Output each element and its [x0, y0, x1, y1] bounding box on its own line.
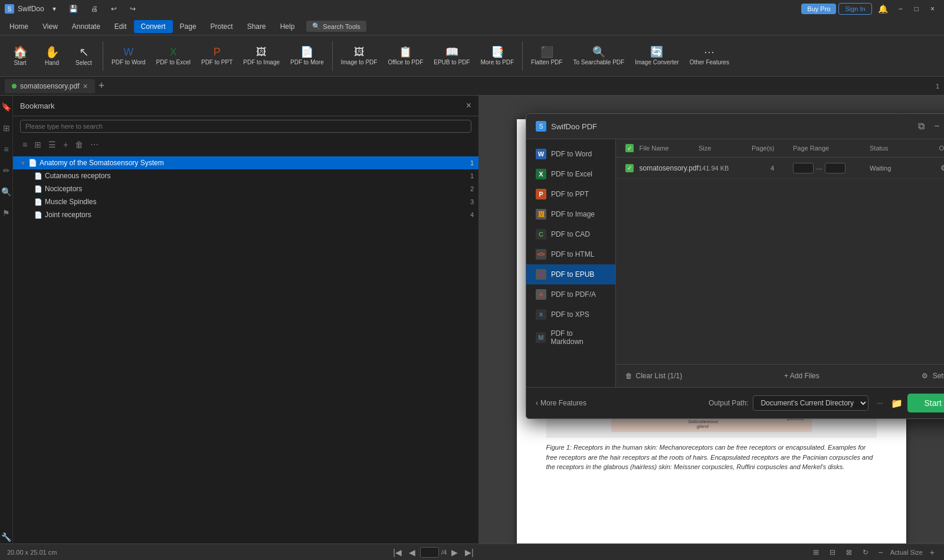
other-features-button[interactable]: ⋯ Other Features	[685, 43, 734, 69]
conv-item-pdf-to-ppt[interactable]: P PDF to PPT	[526, 184, 615, 204]
maximize-button[interactable]: □	[910, 2, 923, 15]
undo-btn[interactable]: ↩	[106, 2, 122, 15]
tab-close-button[interactable]: ×	[83, 81, 88, 91]
sidebar-bookmark-icon[interactable]: 🔖	[0, 100, 13, 113]
sidebar-edit-icon[interactable]: ✏	[1, 164, 12, 177]
pdf-to-more-button[interactable]: 📄 PDF to More	[286, 43, 329, 69]
image-converter-button[interactable]: 🔄 Image Converter	[630, 43, 683, 69]
menu-convert[interactable]: Convert	[134, 20, 173, 33]
menu-protect[interactable]: Protect	[204, 20, 240, 33]
file-settings-btn[interactable]: ⚙	[939, 162, 944, 173]
buy-pro-button[interactable]: Buy Pro	[801, 4, 836, 14]
bookmark-child-2[interactable]: 📄 Muscle Spindles 3	[13, 195, 478, 208]
bm-delete[interactable]: 🗑	[73, 139, 86, 150]
output-more-button[interactable]: ···	[873, 397, 886, 410]
image-to-pdf-icon: 🖼	[354, 47, 365, 57]
minimize-button[interactable]: −	[894, 2, 907, 15]
next-page-button[interactable]: ▶	[449, 546, 460, 558]
pdf-to-word-button[interactable]: W PDF to Word	[107, 43, 150, 69]
settings-button[interactable]: ⚙ Settings	[922, 372, 944, 380]
prev-page-button[interactable]: ◀	[407, 546, 418, 558]
conv-item-pdf-to-image[interactable]: 🖼 PDF to Image	[526, 204, 615, 224]
new-tab-button[interactable]: +	[95, 80, 109, 92]
clear-list-button[interactable]: 🗑 Clear List (1/1)	[625, 372, 683, 380]
view-mode-2-button[interactable]: ⊟	[827, 547, 838, 558]
output-folder-button[interactable]: 📁	[891, 398, 903, 409]
zoom-out-button[interactable]: −	[876, 546, 886, 558]
close-button[interactable]: ×	[926, 2, 939, 15]
bookmark-group-header-0[interactable]: ▼ 📄 Anatomy of the Somatosensory System …	[13, 156, 478, 169]
dialog-restore-button[interactable]: ⧉	[914, 120, 928, 133]
pdf-to-image-button[interactable]: 🖼 PDF to Image	[238, 43, 284, 69]
menu-help[interactable]: Help	[273, 20, 302, 33]
conv-item-pdf-to-excel[interactable]: X PDF to Excel	[526, 164, 615, 184]
sidebar-thumbnails-icon[interactable]: ⊞	[1, 122, 12, 135]
bm-child-count-3: 4	[470, 211, 474, 218]
add-files-button[interactable]: + Add Files	[784, 372, 820, 380]
view-mode-1-button[interactable]: ⊞	[810, 547, 822, 558]
conv-label-ppt: PDF to PPT	[551, 190, 589, 198]
flatten-pdf-button[interactable]: ⬛ Flatten PDF	[526, 43, 567, 69]
sign-in-button[interactable]: Sign In	[838, 3, 871, 15]
zoom-in-button[interactable]: +	[927, 546, 937, 558]
output-path-select[interactable]: Document's Current Directory	[753, 395, 868, 411]
rotate-button[interactable]: ↻	[860, 547, 871, 558]
bookmark-child-0[interactable]: 📄 Cutaneous receptors 1	[13, 169, 478, 182]
bookmark-search-input[interactable]	[20, 120, 471, 133]
notification-icon[interactable]: 🔔	[874, 4, 891, 14]
menu-page[interactable]: Page	[173, 20, 204, 33]
sidebar-search-icon[interactable]: 🔍	[0, 185, 13, 198]
conv-item-pdf-to-xps[interactable]: X PDF to XPS	[526, 304, 615, 325]
conv-item-pdf-to-markdown[interactable]: M PDF to Markdown	[526, 325, 615, 351]
more-to-pdf-button[interactable]: 📑 More to PDF	[476, 43, 519, 69]
bookmark-child-1[interactable]: 📄 Nociceptors 2	[13, 182, 478, 195]
bm-expand-all[interactable]: ⊞	[32, 139, 44, 150]
office-to-pdf-button[interactable]: 📋 Office to PDF	[383, 43, 428, 69]
image-to-pdf-button[interactable]: 🖼 Image to PDF	[336, 43, 382, 69]
bm-collapse-all[interactable]: ≡	[20, 139, 30, 150]
conv-item-pdf-to-pdfa[interactable]: A PDF to PDF/A	[526, 284, 615, 304]
epub-to-pdf-button[interactable]: 📖 EPUB to PDF	[429, 43, 474, 69]
sidebar-bookmark2-icon[interactable]: ⚑	[1, 207, 12, 220]
sidebar-layers-icon[interactable]: ≡	[2, 143, 10, 156]
pdf-to-excel-button[interactable]: X PDF to Excel	[152, 43, 195, 69]
to-searchable-pdf-button[interactable]: 🔍 To Searchable PDF	[568, 43, 629, 69]
save-btn[interactable]: 💾	[64, 2, 83, 15]
page-range-to[interactable]: 4	[825, 163, 845, 173]
menu-home[interactable]: Home	[2, 20, 35, 33]
file-checkbox[interactable]: ✓	[625, 164, 640, 172]
print-btn[interactable]: 🖨	[86, 2, 103, 15]
settings-icon: ⚙	[922, 372, 928, 380]
bm-add[interactable]: +	[61, 139, 70, 150]
bm-list-view[interactable]: ☰	[46, 139, 58, 150]
menu-edit[interactable]: Edit	[107, 20, 134, 33]
bm-more[interactable]: ⋯	[88, 139, 101, 150]
document-tab[interactable]: somatosensory.pdf ×	[5, 79, 95, 93]
conv-item-pdf-to-html[interactable]: </> PDF to HTML	[526, 244, 615, 264]
redo-btn[interactable]: ↪	[125, 2, 140, 15]
first-page-button[interactable]: |◀	[391, 546, 404, 558]
dialog-minimize-button[interactable]: −	[930, 120, 943, 133]
bookmark-child-3[interactable]: 📄 Joint receptors 4	[13, 208, 478, 221]
view-mode-3-button[interactable]: ⊠	[843, 547, 855, 558]
dropdown-btn[interactable]: ▾	[48, 2, 61, 15]
last-page-button[interactable]: ▶|	[463, 546, 476, 558]
menu-annotate[interactable]: Annotate	[65, 20, 107, 33]
start-conversion-button[interactable]: Start	[907, 394, 944, 412]
more-features-button[interactable]: ‹ More Features	[536, 399, 586, 407]
conv-item-pdf-to-cad[interactable]: C PDF to CAD	[526, 224, 615, 244]
start-tool-button[interactable]: 🏠 Start	[5, 42, 35, 70]
search-tools-button[interactable]: 🔍 Search Tools	[306, 21, 366, 32]
bookmark-close-button[interactable]: ×	[466, 100, 471, 111]
select-tool-button[interactable]: ↖ Select	[68, 42, 99, 70]
sidebar-tool-icon[interactable]: 🔧	[0, 530, 13, 543]
page-number-input[interactable]: 1	[420, 547, 439, 558]
menu-share[interactable]: Share	[240, 20, 273, 33]
conv-item-pdf-to-word[interactable]: W PDF to Word	[526, 144, 615, 164]
header-checkbox[interactable]: ✓	[625, 144, 634, 152]
menu-view[interactable]: View	[35, 20, 65, 33]
hand-tool-button[interactable]: ✋ Hand	[37, 42, 67, 70]
page-range-from[interactable]: 1	[793, 163, 814, 173]
conv-item-pdf-to-epub[interactable]: E PDF to EPUB	[526, 264, 615, 284]
pdf-to-ppt-button[interactable]: P PDF to PPT	[196, 43, 237, 69]
